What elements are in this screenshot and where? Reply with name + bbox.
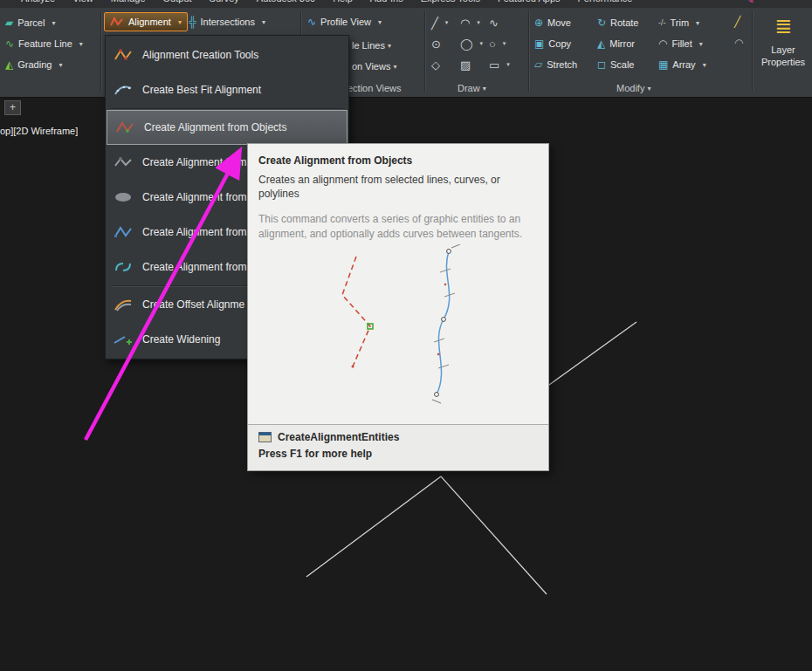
menu-tab-featured-apps[interactable]: Featured Apps [498, 0, 561, 3]
draw-hatch-button[interactable]: ▨ [460, 56, 471, 73]
panel-label-text: ection Views [348, 83, 402, 93]
panel-separator [424, 11, 425, 92]
array-button[interactable]: ▦ Array ▾ [658, 56, 706, 73]
tooltip-command-name: CreateAlignmentEntities [278, 431, 399, 443]
menu-item-label: Create Best Fit Alignment [142, 84, 261, 96]
chevron-down-icon: ▾ [52, 19, 55, 27]
chevron-down-icon: ▾ [480, 40, 484, 47]
new-layout-tab-button[interactable]: + [4, 100, 21, 115]
menu-tab-output[interactable]: Output [163, 0, 192, 3]
draw-circle-button[interactable]: ◯ ▾ [460, 35, 483, 52]
offset-alignment-icon [113, 298, 134, 312]
viewport-label[interactable]: op][2D Wireframe] [0, 126, 78, 136]
menu-tab-autodesk-360[interactable]: Autodesk 360 [257, 0, 315, 3]
chevron-down-icon: ▾ [178, 18, 182, 26]
mirror-label: Mirror [609, 38, 635, 49]
intersections-icon: ╬ [189, 17, 196, 27]
menu-tab-manage[interactable]: Manage [111, 0, 146, 3]
draw-panel-label-text: Draw [458, 83, 480, 93]
rotate-label: Rotate [610, 17, 638, 28]
menu-tab-survey[interactable]: Survey [210, 0, 239, 3]
feature-line-button[interactable]: ∿ Feature Line ▾ [5, 35, 83, 52]
intersections-button[interactable]: ╬ Intersections ▾ [189, 13, 265, 31]
chevron-down-icon: ▾ [483, 85, 486, 92]
tooltip-title: Create Alignment from Objects [258, 154, 538, 167]
stretch-button[interactable]: ▱ Stretch [534, 56, 577, 73]
fillet-button[interactable]: ◠ Fillet ▾ [658, 35, 703, 52]
modify-panel-label[interactable]: Modify ▾ [616, 83, 650, 93]
mirror-button[interactable]: ◭ Mirror [597, 35, 635, 52]
scale-button[interactable]: ◻ Scale [597, 56, 635, 73]
alignment-from-network-icon [113, 155, 134, 169]
trim-icon: -/- [658, 19, 666, 27]
menu-tab-view[interactable]: View [72, 0, 93, 3]
draw-panel-label[interactable]: Draw ▾ [458, 83, 486, 93]
alignment-from-profile-icon [113, 225, 134, 239]
chevron-down-icon: ▾ [79, 40, 83, 48]
rotate-button[interactable]: ↻ Rotate [597, 14, 638, 31]
command-window-icon [258, 432, 272, 442]
widening-icon [113, 332, 134, 346]
menu-item-alignment-creation-tools[interactable]: Alignment Creation Tools [106, 38, 348, 72]
menu-tab-express-tools[interactable]: Express Tools [421, 0, 480, 3]
trim-button[interactable]: -/- Trim ▾ [658, 14, 699, 31]
chevron-down-icon: ▾ [388, 42, 391, 50]
parcel-button[interactable]: ▰ Parcel ▾ [5, 14, 55, 31]
grading-label: Grading [17, 59, 52, 70]
sample-lines-button[interactable]: le Lines ▾ [352, 40, 391, 51]
move-button[interactable]: ⊕ Move [534, 14, 571, 31]
draw-ellipse-button[interactable]: ○ ▾ [489, 35, 506, 52]
array-icon: ▦ [658, 59, 668, 70]
copy-label: Copy [548, 38, 571, 49]
grading-button[interactable]: ◭ Grading ▾ [5, 56, 62, 73]
chevron-down-icon: ▾ [506, 61, 510, 68]
section-views-button[interactable]: on Views ▾ [352, 61, 396, 72]
tooltip-detail: This command converts a series of graphi… [258, 212, 540, 240]
menu-tab-analyze[interactable]: Analyze [21, 0, 55, 3]
section-views-label: on Views [352, 61, 390, 72]
profile-view-icon: ∿ [307, 17, 316, 27]
intersections-label: Intersections [201, 17, 255, 27]
draw-rectangle-button[interactable]: ▭ ▾ [489, 56, 510, 73]
draw-arc-button[interactable]: ◠ ▾ [460, 14, 480, 31]
move-icon: ⊕ [534, 17, 543, 28]
menu-item-label: Create Alignment from [142, 226, 246, 238]
chevron-down-icon: ▾ [703, 61, 706, 69]
point-icon: ⊙ [431, 38, 441, 51]
layer-properties-button[interactable]: ≣ Layer Properties [756, 13, 810, 69]
alignment-label: Alignment [128, 17, 171, 27]
menu-item-create-alignment-from-objects[interactable]: Create Alignment from Objects [107, 110, 348, 145]
chevron-down-icon: ▾ [58, 61, 62, 69]
copy-icon: ▣ [534, 38, 544, 49]
stretch-label: Stretch [547, 59, 577, 70]
arc-tool-icon[interactable]: ◠ [734, 37, 743, 49]
menu-item-label: Create Alignment from [142, 261, 246, 273]
fillet-icon: ◠ [658, 38, 667, 49]
pencil-slash-icon[interactable]: ╱ [734, 16, 740, 28]
feature-line-label: Feature Line [18, 38, 72, 49]
profile-view-button[interactable]: ∿ Profile View ▾ [307, 13, 382, 31]
draw-point-button[interactable]: ⊙ [431, 35, 441, 52]
draw-polygon-button[interactable]: ◇ [431, 56, 440, 73]
parcel-icon: ▰ [5, 17, 13, 28]
draw-curve-button[interactable]: ∿ [489, 14, 499, 31]
feature-line-icon: ∿ [5, 38, 14, 49]
hatch-icon: ▨ [460, 58, 471, 72]
copy-button[interactable]: ▣ Copy [534, 35, 571, 52]
menu-tab-performance[interactable]: Performance [578, 0, 633, 3]
alignment-button[interactable]: Alignment ▾ [104, 12, 188, 31]
panel-separator [528, 11, 529, 92]
menu-tab-add-ins[interactable]: Add-Ins [370, 0, 403, 3]
menubar: Analyze View Manage Output Survey Autode… [0, 0, 812, 8]
menu-tab-help[interactable]: Help [333, 0, 353, 3]
app-window: Analyze View Manage Output Survey Autode… [0, 0, 812, 671]
alignment-icon [110, 17, 124, 27]
draw-line-button[interactable]: ╱ ▾ [431, 14, 448, 31]
rectangle-icon: ▭ [489, 58, 499, 72]
chevron-down-icon: ▾ [393, 63, 396, 71]
menu-item-create-best-fit-alignment[interactable]: Create Best Fit Alignment [106, 72, 348, 107]
move-label: Move [547, 17, 571, 28]
layers-icon: ≣ [756, 13, 810, 39]
tooltip-command-row: CreateAlignmentEntities [258, 431, 538, 443]
pencil-icon[interactable]: ✎ [747, 0, 754, 5]
